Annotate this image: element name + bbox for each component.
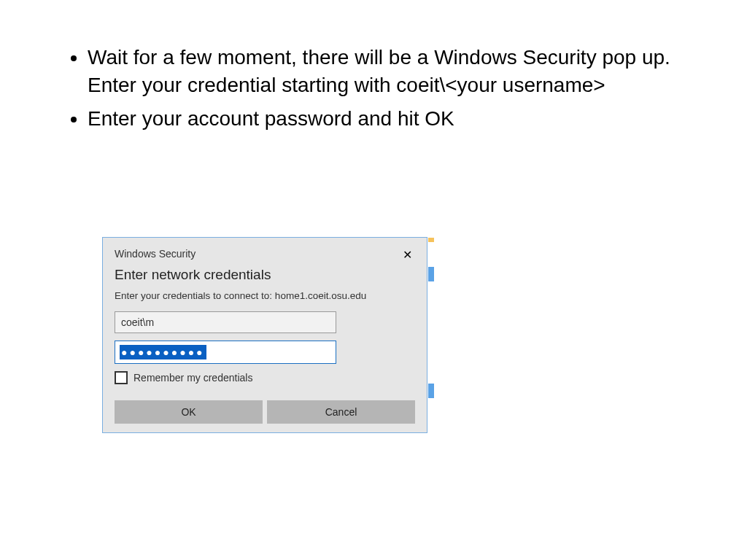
dialog-header: Windows Security ✕ xyxy=(115,248,415,262)
slide: Wait for a few moment, there will be a W… xyxy=(0,0,747,560)
dialog-instruction: Enter your credentials to connect to: ho… xyxy=(115,290,415,301)
instruction-item: Enter your account password and hit OK xyxy=(88,105,689,133)
windows-security-dialog: Windows Security ✕ Enter network credent… xyxy=(102,237,427,433)
dialog-button-row: OK Cancel xyxy=(115,400,415,424)
remember-checkbox[interactable] xyxy=(115,371,128,384)
background-window-sliver xyxy=(428,238,434,432)
password-field-block: ●●●●●●●●●● xyxy=(115,341,415,364)
close-icon[interactable]: ✕ xyxy=(400,248,415,262)
instruction-list: Wait for a few moment, there will be a W… xyxy=(58,44,689,132)
remember-label: Remember my credentials xyxy=(133,372,252,384)
password-masked-selection: ●●●●●●●●●● xyxy=(120,345,206,359)
password-input[interactable]: ●●●●●●●●●● xyxy=(115,341,336,364)
username-field-block xyxy=(115,311,415,333)
dialog-subtitle: Enter network credentials xyxy=(115,267,415,283)
cancel-button[interactable]: Cancel xyxy=(267,400,415,424)
username-input[interactable] xyxy=(115,311,336,333)
ok-button[interactable]: OK xyxy=(115,400,263,424)
instruction-item: Wait for a few moment, there will be a W… xyxy=(88,44,689,99)
remember-row: Remember my credentials xyxy=(115,371,415,384)
dialog-app-title: Windows Security xyxy=(115,248,196,260)
dialog-screenshot: Windows Security ✕ Enter network credent… xyxy=(102,237,436,433)
